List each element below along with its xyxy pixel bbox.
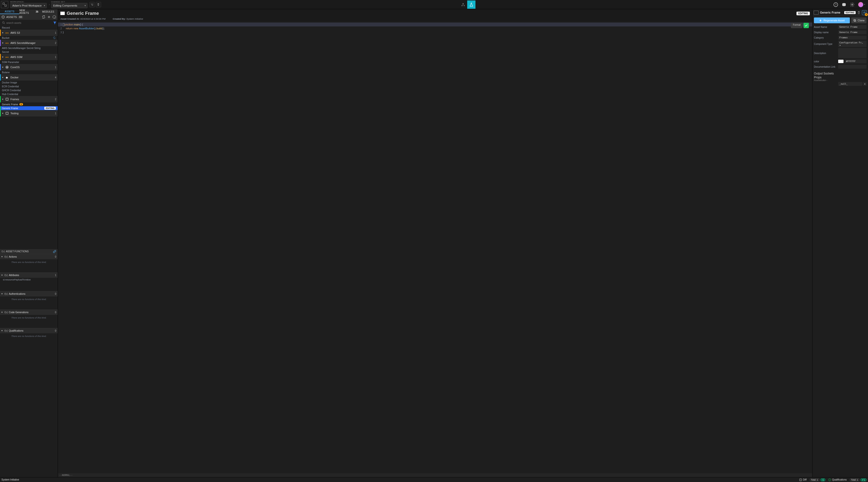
delete-asset-icon[interactable] [857,11,861,14]
asset-item[interactable]: SSM Parameter [0,60,58,64]
app-logo[interactable] [1,1,8,8]
svg-point-14 [863,13,864,13]
category-aws-secretsmanager[interactable]: ▾awsAWS SecretsManager2 [0,40,58,46]
tab-assets[interactable]: ASSETS [0,9,20,14]
asset-item[interactable]: Generic Frame1 [0,102,58,106]
execute-button[interactable] [804,23,809,28]
qualifications-status[interactable]: Qualifications [828,478,847,481]
asset-name-label: Asset Name [814,26,838,28]
description-input[interactable] [838,48,867,58]
user-menu[interactable] [858,2,865,7]
help-icon[interactable]: ? [833,2,838,7]
asset-item[interactable]: Secret [0,50,58,54]
lab-mode-button[interactable] [467,0,475,9]
line-gutter: 123 [58,22,63,473]
assets-count: 83 [18,16,23,19]
code-token: return [66,27,73,30]
asset-name-input[interactable]: Generic Frame [838,25,867,29]
right-editing-badge: EDITING [844,11,856,14]
filter-icon[interactable] [53,21,57,25]
asset-item[interactable]: Butane [0,70,58,74]
asset-item[interactable]: ECR Credential [0,84,58,88]
code-area[interactable]: unction main() { return new AssetBuilder… [63,22,812,473]
workspace-select[interactable]: Adam's Prod Workspace [10,3,47,8]
function-category-actions[interactable]: ▾f(x)Actions0 [0,254,58,259]
asset-item-label: SSM Parameter [2,61,19,64]
chevron-down-icon: ▾ [2,42,5,44]
brand-label: System Initiative [1,478,19,481]
asset-item[interactable]: Hub Credential [0,92,58,96]
color-hex-input[interactable]: #FFFFFF [845,59,867,63]
asset-inspector-toggle[interactable]: 2 [862,10,867,15]
asset-item[interactable]: Generic FrameEDITING [0,106,58,110]
category-label: Testing [10,112,19,115]
category-frames[interactable]: ▾Frames2 [0,96,58,102]
category-aws-s3[interactable]: ▾awsAWS S31 [0,30,58,36]
add-asset-button[interactable] [47,15,51,19]
created-label: Asset Created At: [60,18,80,20]
function-item[interactable]: si:resourcePayloadToValue [0,278,58,281]
asset-item-label: ECR Credential [2,85,19,88]
import-asset-button[interactable] [52,15,56,19]
function-category-authentications[interactable]: ▾f(x)Authentications0 [0,291,58,296]
component-type-select[interactable]: Configuration Fr… [838,41,867,47]
link-icon[interactable] [53,250,56,253]
category-docker[interactable]: ▾Docker4 [0,74,58,81]
compose-mode-button[interactable] [459,0,467,9]
code-token: (). [94,27,96,30]
asset-item[interactable]: GHCR Credential [0,88,58,92]
tab-new-assets[interactable]: NEW ASSETS 36 [20,9,39,14]
changeset-label: CHANGE SET: [51,1,88,3]
asset-record[interactable]: Record [0,26,58,30]
prop-value-select-icon[interactable]: ▾ [863,82,867,86]
delete-changeset-button[interactable] [96,2,101,7]
function-count: 0 [55,329,56,332]
merge-button[interactable] [90,2,95,7]
color-swatch[interactable] [838,60,843,63]
category-testing[interactable]: ▾Testing1 [0,110,58,116]
code-editor[interactable]: Format 123 unction main() { return new A… [58,22,812,473]
category-label: Category [814,36,838,39]
cube-icon [1,15,5,19]
category-aws-ssm[interactable]: ▾awsAWS SSM1 [0,54,58,60]
function-category-qualifications[interactable]: ▾f(x)Qualifications0 [0,328,58,333]
right-header: Generic Frame EDITING 2 [812,9,868,16]
changeset-select[interactable]: Editing Components [51,3,88,8]
asset-item[interactable]: Bucket [0,36,58,40]
tab-modules[interactable]: MODULES [38,9,58,14]
asset-item-label: Generic Frame [2,107,18,110]
chevron-down-icon: ▾ [1,329,4,332]
clone-label: Clone [858,19,865,22]
category-input[interactable]: Frames [838,36,867,39]
fx-icon: f(x) [4,255,8,258]
function-category-attributes[interactable]: ▾f(x)Attributes1 [0,272,58,278]
fx-icon: f(x) [4,274,8,276]
category-count: 1 [55,56,56,58]
function-category-code-generations[interactable]: ▾f(x)Code Generations0 [0,309,58,315]
code-token: new [73,27,78,30]
svg-point-11 [6,67,8,68]
diff-status[interactable]: Diff [799,478,807,481]
svg-point-7 [852,4,853,5]
category-coreos[interactable]: ▾CoreOS1 [0,64,58,70]
status-bar: System Initiative Diff Total: 1 ▫1 Quali… [0,477,868,482]
display-name-input[interactable]: Generic Frame [838,30,867,34]
diff-label: Diff [803,478,807,481]
settings-gear-icon[interactable] [850,2,855,7]
search-input[interactable] [6,22,53,24]
discord-icon[interactable] [842,2,846,7]
qualifications-label: Qualifications [832,478,847,481]
doc-link-input[interactable] [838,65,867,69]
clone-button[interactable]: Clone [851,18,867,23]
prop-value-input[interactable]: _null_ [838,82,862,86]
diff-total: Total: 1 [810,478,819,481]
regenerate-asset-button[interactable]: Regenerate Asset [814,18,850,23]
code-token: unction [64,23,73,26]
asset-item[interactable]: AWS SecretsManager Secret String [0,46,58,50]
refresh-assets-button[interactable] [42,15,45,19]
format-button[interactable]: Format [791,23,803,28]
chevron-down-icon: ▾ [2,76,5,79]
chevron-down-icon: ▾ [2,66,5,68]
asset-item[interactable]: Docker Image [0,81,58,84]
code-token: { [82,23,83,26]
